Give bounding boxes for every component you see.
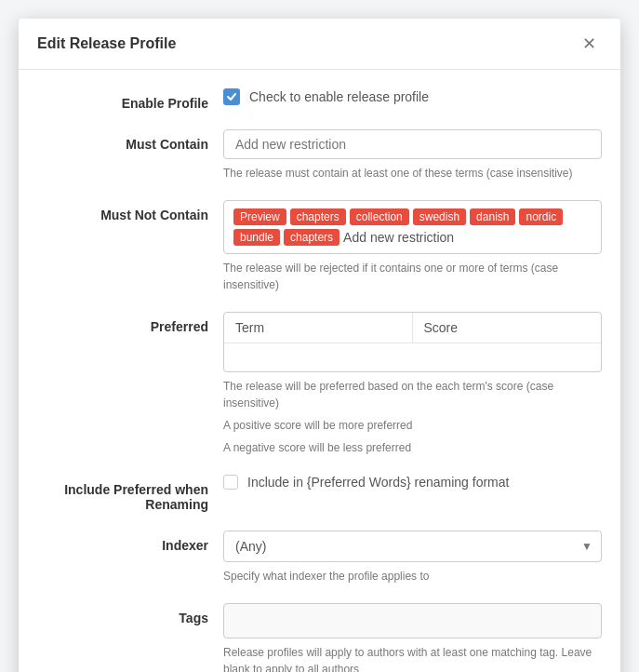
include-preferred-row: Include Preferred when Renaming Include … [37, 475, 602, 512]
preferred-body [224, 343, 601, 371]
must-contain-row: Must Contain The release must contain at… [37, 129, 602, 181]
tags-label: Tags [37, 603, 223, 625]
must-not-contain-hint: The release will be rejected if it conta… [223, 260, 602, 293]
preferred-hint2: A positive score will be more preferred [223, 417, 602, 434]
indexer-select[interactable]: (Any) [223, 531, 602, 562]
indexer-select-wrapper: (Any) ▼ [223, 531, 602, 562]
include-preferred-label: Include Preferred when Renaming [37, 475, 223, 512]
modal-header: Edit Release Profile ✕ [19, 19, 620, 70]
modal-body: Enable Profile Check to enable release p… [19, 70, 620, 672]
preferred-hint1: The release will be preferred based on t… [223, 378, 602, 411]
must-not-contain-label: Must Not Contain [37, 200, 223, 222]
tags-hint: Release profiles will apply to authors w… [223, 644, 602, 672]
must-contain-label: Must Contain [37, 129, 223, 152]
must-contain-hint: The release must contain at least one of… [223, 165, 602, 181]
tags-content: Release profiles will apply to authors w… [223, 603, 602, 672]
must-not-contain-content: Preview chapters collection swedish dani… [223, 200, 602, 293]
indexer-hint: Specify what indexer the profile applies… [223, 568, 602, 585]
edit-release-profile-modal: Edit Release Profile ✕ Enable Profile Ch… [19, 19, 620, 672]
preferred-hint3: A negative score will be less preferred [223, 439, 602, 456]
modal-title: Edit Release Profile [37, 35, 176, 52]
tag-swedish[interactable]: swedish [413, 208, 466, 225]
tag-chapters[interactable]: chapters [290, 208, 346, 225]
must-contain-input[interactable] [223, 129, 602, 159]
preferred-term-col: Term [224, 313, 413, 343]
include-preferred-content: Include in {Preferred Words} renaming fo… [223, 475, 602, 490]
preferred-label: Preferred [37, 312, 223, 334]
preferred-box: Term Score [223, 312, 602, 372]
tags-input[interactable] [223, 603, 602, 638]
preferred-score-col: Score [413, 313, 602, 343]
tag-bundle[interactable]: bundle [233, 229, 280, 246]
tag-chapters2[interactable]: chapters [284, 229, 339, 246]
enable-profile-hint: Check to enable release profile [249, 89, 429, 104]
close-button[interactable]: ✕ [577, 34, 602, 54]
indexer-label: Indexer [37, 531, 223, 553]
include-preferred-checkbox-row: Include in {Preferred Words} renaming fo… [223, 475, 602, 490]
enable-profile-checkbox-row: Check to enable release profile [223, 88, 602, 105]
indexer-content: (Any) ▼ Specify what indexer the profile… [223, 531, 602, 585]
enable-profile-label: Enable Profile [37, 88, 223, 111]
tag-nordic[interactable]: nordic [519, 208, 563, 225]
preferred-row: Preferred Term Score The release will be… [37, 312, 602, 456]
tag-danish[interactable]: danish [470, 208, 515, 225]
tag-collection[interactable]: collection [350, 208, 409, 225]
include-preferred-checkbox[interactable] [223, 475, 238, 490]
preferred-content: Term Score The release will be preferred… [223, 312, 602, 456]
must-not-contain-input-placeholder[interactable]: Add new restriction [343, 230, 454, 245]
enable-profile-content: Check to enable release profile [223, 88, 602, 105]
must-not-contain-tags-box[interactable]: Preview chapters collection swedish dani… [223, 200, 602, 254]
tags-row: Tags Release profiles will apply to auth… [37, 603, 602, 672]
indexer-row: Indexer (Any) ▼ Specify what indexer the… [37, 531, 602, 585]
tag-preview[interactable]: Preview [233, 208, 286, 225]
enable-profile-row: Enable Profile Check to enable release p… [37, 88, 602, 111]
must-contain-content: The release must contain at least one of… [223, 129, 602, 181]
include-preferred-hint: Include in {Preferred Words} renaming fo… [247, 475, 509, 490]
enable-profile-checkbox[interactable] [223, 88, 240, 105]
must-not-contain-row: Must Not Contain Preview chapters collec… [37, 200, 602, 293]
preferred-header: Term Score [224, 313, 601, 343]
check-icon [226, 91, 237, 102]
